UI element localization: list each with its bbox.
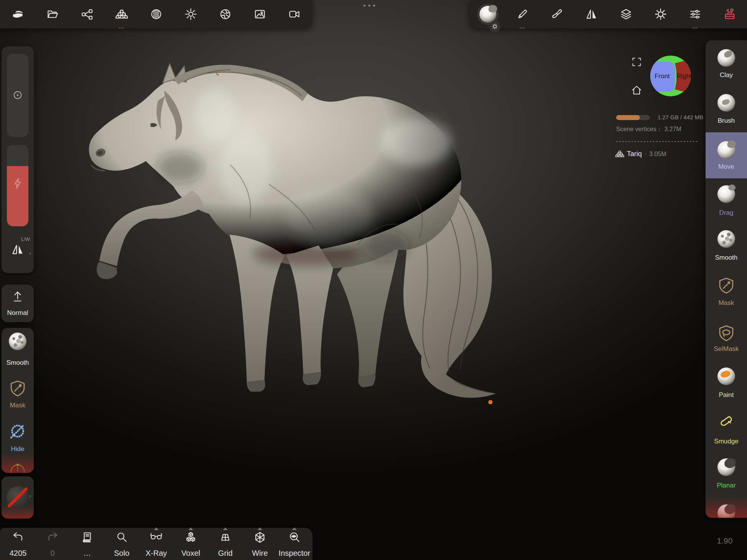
grid-button[interactable]: Grid (208, 528, 243, 560)
tool-move-label: Move (706, 163, 747, 171)
voxel-button[interactable]: Voxel (174, 528, 208, 560)
material-button[interactable] (540, 0, 574, 28)
tool-move[interactable] (706, 141, 747, 159)
orientation-view-cube[interactable]: Front Right (650, 56, 691, 97)
symmetry-button[interactable] (574, 0, 609, 28)
scene-graph-button[interactable] (70, 0, 104, 28)
tool-planar[interactable] (706, 458, 747, 476)
files-button[interactable] (35, 0, 70, 28)
undo-button[interactable]: 4205 (1, 528, 35, 560)
normal-direction-button[interactable] (2, 290, 34, 302)
material-expand-arrow[interactable]: › (29, 492, 31, 499)
brush-cursor-dot (488, 400, 492, 404)
tool-paint[interactable] (706, 367, 747, 385)
zoom-level-indicator: 1.90 (709, 536, 740, 545)
tool-settings-badge[interactable] (489, 21, 501, 32)
inspector-button[interactable]: Inspector (277, 528, 312, 560)
viewport-canvas[interactable] (0, 0, 747, 560)
wire-button[interactable]: Wire (243, 528, 277, 560)
symmetry-mirror-icon (585, 8, 598, 20)
tool-mask[interactable] (706, 277, 747, 294)
left-normal-panel: Normal (2, 285, 34, 322)
grid-label: Grid (208, 549, 243, 558)
material-paintbrush-icon (551, 8, 563, 20)
tool-smudge[interactable] (706, 414, 747, 431)
xray-label: X-Ray (139, 549, 174, 558)
memory-usage-bar (616, 115, 650, 120)
xray-caret (154, 527, 159, 530)
nomad-logo-button[interactable] (1, 0, 35, 28)
quick-hide-button[interactable] (2, 422, 34, 440)
grid-caret (223, 527, 228, 530)
intensity-slider[interactable] (7, 145, 28, 226)
smudge-hand-icon (718, 414, 735, 431)
settings-gear-icon (654, 8, 667, 21)
canvas-3d-model-horse[interactable] (88, 50, 541, 414)
tool-drag-label: Drag (706, 209, 747, 217)
wire-caret (258, 527, 262, 530)
solo-label: Solo (104, 549, 139, 558)
hide-dotted-icon (9, 422, 26, 440)
right-tools-panel: Clay Brush Move Drag Smooth Mask SelMask… (706, 40, 747, 518)
drag-ball-icon (717, 185, 735, 203)
left-slider-panel: L/W › Sym (2, 46, 34, 273)
tool-selmask[interactable] (706, 324, 747, 342)
multires-button[interactable]: … (104, 0, 139, 28)
tool-smooth[interactable] (706, 230, 747, 248)
active-tool-button[interactable] (471, 0, 505, 28)
postprocess-button[interactable] (208, 0, 243, 28)
smooth-ball-icon (9, 333, 26, 350)
background-image-icon (254, 8, 266, 20)
panel-red-fade (2, 454, 34, 473)
lighting-button[interactable] (174, 0, 208, 28)
interface-sliders-icon (689, 8, 701, 20)
interface-button[interactable]: … (678, 0, 712, 28)
solo-button[interactable]: Solo (104, 528, 139, 560)
background-button[interactable] (243, 0, 277, 28)
postprocess-aperture-icon (219, 8, 231, 20)
left-quick-tools-panel: Smooth Mask Hide (2, 328, 34, 473)
settings-button[interactable] (643, 0, 678, 28)
redo-button[interactable]: 0 (35, 528, 70, 560)
mask-shield-icon-2 (717, 277, 735, 294)
object-dot: · (645, 151, 646, 158)
radius-slider[interactable] (7, 54, 28, 137)
brush-ball-icon (717, 94, 735, 112)
tool-brush[interactable] (706, 94, 747, 112)
quick-smooth-button[interactable] (2, 333, 34, 350)
hide-label: Hide (2, 445, 34, 453)
inspector-caret (292, 527, 297, 530)
sym-expand-arrow[interactable]: › (29, 250, 31, 256)
remesh-button[interactable] (139, 0, 174, 28)
layers-button[interactable] (609, 0, 643, 28)
fullscreen-button[interactable] (631, 57, 642, 67)
selected-object-row[interactable]: Tariq · 3.05M (615, 150, 666, 158)
voxel-caret (188, 527, 193, 530)
move-ball-icon (717, 141, 735, 159)
home-view-button[interactable] (631, 85, 642, 96)
memory-usage-fill (616, 115, 640, 120)
turntable-button[interactable] (277, 0, 312, 28)
redo-arrow-icon (46, 531, 59, 543)
stroke-more-label: … (505, 25, 540, 28)
window-drag-handle[interactable]: ••• (363, 2, 378, 10)
clay-ball-icon (717, 49, 735, 67)
bottom-toolbar: 4205 0 … Solo X-Ray Voxel (0, 528, 312, 560)
inspector-eye-icon (288, 531, 301, 544)
tool-clay[interactable] (706, 49, 747, 67)
top-right-toolbar: … … (470, 0, 747, 28)
tool-drag[interactable] (706, 185, 747, 203)
panel-red-fade-2 (2, 506, 34, 519)
stroke-button[interactable]: … (505, 0, 540, 28)
debug-toolbox-button[interactable] (712, 0, 747, 28)
history-button[interactable]: … (70, 528, 104, 560)
quick-mask-button[interactable] (2, 379, 34, 397)
undo-arrow-icon (12, 531, 25, 543)
xray-button[interactable]: X-Ray (139, 528, 174, 560)
selected-object-name: Tariq (627, 150, 642, 158)
tool-brush-label: Brush (706, 117, 747, 125)
voxel-label: Voxel (174, 549, 208, 558)
lightning-bolt-icon (13, 178, 22, 189)
normal-label: Normal (2, 309, 34, 317)
top-left-toolbar: … (0, 0, 312, 28)
